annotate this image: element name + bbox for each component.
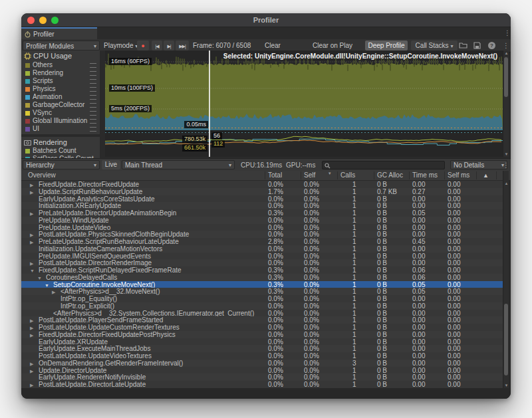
- column-self-ms[interactable]: Self ms: [448, 171, 469, 180]
- rendering-chart[interactable]: [105, 132, 503, 157]
- self-cell: 0.0%: [304, 202, 319, 209]
- drag-handle-icon[interactable]: [90, 103, 96, 108]
- calls-cell: 1: [352, 245, 356, 253]
- playmode-dropdown[interactable]: Playmode ▾: [104, 41, 138, 51]
- toolbar-menu-icon[interactable]: ⋮: [503, 42, 509, 50]
- drag-handle-icon[interactable]: [90, 79, 96, 84]
- save-profile-icon[interactable]: [473, 42, 481, 49]
- table-row[interactable]: IntPtr.op_Equality()0.0%0.0%10 B0.000.00: [21, 295, 503, 302]
- hierarchy-menu-icon[interactable]: ⋮: [503, 161, 509, 169]
- scroll-up-icon[interactable]: ▲: [503, 181, 509, 185]
- legend-item[interactable]: UI: [21, 125, 100, 133]
- scroll-down-icon[interactable]: ▼: [503, 383, 509, 387]
- previous-frame-button[interactable]: |◀: [152, 41, 162, 51]
- clear-button[interactable]: Clear: [265, 41, 281, 51]
- record-button[interactable]: ●: [137, 41, 149, 51]
- legend-item[interactable]: GarbageCollector: [21, 101, 100, 109]
- table-row[interactable]: Initialization.XREarlyUpdate0.0%0.0%10 B…: [21, 202, 503, 209]
- expand-arrow-icon[interactable]: ▶: [30, 381, 33, 388]
- column-total[interactable]: Total: [268, 171, 282, 180]
- table-row[interactable]: ▶FixedUpdate.DirectorFixedUpdate0.0%0.0%…: [21, 181, 503, 188]
- table-row[interactable]: ▶<AfterPhysics>d__32.MoveNext()0.3%0.0%1…: [21, 288, 503, 295]
- table-row[interactable]: ▼CoroutinesDelayedCalls0.3%0.0%10 B0.060…: [21, 274, 503, 281]
- table-row[interactable]: Initialization.UpdateCameraMotionVectors…: [21, 245, 503, 253]
- table-row[interactable]: ▶FixedUpdate.DirectorFixedUpdatePostPhys…: [21, 331, 503, 338]
- table-row[interactable]: EarlyUpdate.ExecuteMainThreadJobs0.0%0.0…: [21, 345, 503, 352]
- legend-item[interactable]: VSync: [21, 109, 100, 117]
- total-cell: 0.0%: [268, 181, 283, 188]
- legend-item[interactable]: Batches Count: [21, 147, 100, 155]
- call-stacks-dropdown[interactable]: Call Stacks ▾: [411, 41, 458, 51]
- table-row[interactable]: ▶PostLateUpdate.DirectorLateUpdate0.0%0.…: [21, 381, 503, 388]
- table-row[interactable]: ▶Update.ScriptRunBehaviourUpdate1.7%0.0%…: [21, 188, 503, 195]
- table-row[interactable]: EarlyUpdate.RendererNotifyInvisible0.0%0…: [21, 373, 503, 381]
- legend-item[interactable]: Physics: [21, 85, 100, 93]
- self-cell: 0.0%: [304, 345, 319, 352]
- scroll-down-icon[interactable]: ▼: [503, 152, 509, 156]
- drag-handle-icon[interactable]: [90, 71, 96, 76]
- module-title[interactable]: CPU Usage: [33, 52, 72, 60]
- column-self[interactable]: Self: [304, 171, 315, 180]
- gc-alloc-cell: 0 B: [377, 345, 387, 352]
- drag-handle-icon[interactable]: [90, 119, 96, 124]
- table-scrollbar[interactable]: ▲ ▼: [503, 171, 509, 388]
- gc-alloc-cell: 0 B: [377, 295, 387, 302]
- thread-dropdown[interactable]: Main Thread ▾: [122, 160, 235, 169]
- cpu-usage-chart[interactable]: [105, 51, 503, 130]
- table-row[interactable]: ▶PostLateUpdate.PhysicsSkinnedClothBegin…: [21, 231, 503, 238]
- table-row[interactable]: IntPtr.op_Explicit()0.0%0.0%10 B0.000.00: [21, 302, 503, 310]
- table-row[interactable]: ▶PostLateUpdate.UpdateCustomRenderTextur…: [21, 324, 503, 331]
- profiler-modules-dropdown[interactable]: Profiler Modules ▾: [23, 41, 100, 51]
- column-overview[interactable]: Overview: [28, 171, 56, 180]
- drag-handle-icon[interactable]: [90, 87, 96, 92]
- view-mode-dropdown[interactable]: Hierarchy ▾: [23, 160, 100, 169]
- drag-handle-icon[interactable]: [90, 111, 96, 116]
- column-time-ms[interactable]: Time ms: [412, 171, 438, 180]
- drag-handle-icon[interactable]: [90, 63, 96, 68]
- calls-cell: 1: [352, 381, 356, 388]
- clear-on-play-toggle[interactable]: Clear on Play: [313, 41, 352, 51]
- chart-scrollbar-thumb[interactable]: [504, 57, 508, 97]
- table-row[interactable]: ▶OnDemandRendering.GetRenderFrameInterva…: [21, 360, 503, 367]
- legend-item[interactable]: Animation: [21, 93, 100, 101]
- sample-name: PreLateUpdate.ScriptRunBehaviourLateUpda…: [39, 238, 179, 245]
- table-row[interactable]: ▶PreLateUpdate.DirectorUpdateAnimationBe…: [21, 209, 503, 217]
- next-frame-button[interactable]: ▶|: [164, 41, 174, 51]
- deep-profile-toggle[interactable]: Deep Profile: [365, 41, 408, 51]
- legend-item[interactable]: Rendering: [21, 69, 100, 77]
- table-scrollbar-thumb[interactable]: [504, 304, 508, 375]
- gc-alloc-cell: 0 B: [377, 231, 387, 238]
- self-ms-cell: 0.00: [448, 202, 460, 209]
- tab-bar: Profiler ⋮: [21, 27, 511, 39]
- tab-overflow-menu-icon[interactable]: ⋮: [504, 29, 511, 37]
- load-profile-icon[interactable]: [459, 42, 467, 49]
- titlebar[interactable]: Profiler: [21, 13, 511, 27]
- legend-item[interactable]: Global Illumination: [21, 117, 100, 125]
- calls-cell: 1: [352, 231, 356, 238]
- drag-handle-icon[interactable]: [90, 95, 96, 100]
- column-gc-alloc[interactable]: GC Alloc: [377, 171, 403, 180]
- drag-handle-icon[interactable]: [90, 127, 96, 132]
- table-row[interactable]: PostLateUpdate.UpdateVideoTextures0.0%0.…: [21, 352, 503, 360]
- gc-alloc-cell: 0 B: [377, 202, 387, 209]
- chart-scrollbar[interactable]: ▲ ▼: [503, 51, 509, 157]
- calls-cell: 1: [352, 202, 356, 209]
- search-input[interactable]: [322, 161, 445, 169]
- table-row[interactable]: PreUpdate.WindUpdate0.0%0.0%10 B0.000.00: [21, 217, 503, 224]
- table-row[interactable]: ▶PostLateUpdate.PlayerSendFrameStarted0.…: [21, 316, 503, 324]
- legend-item[interactable]: Scripts: [21, 77, 100, 85]
- table-row[interactable]: ▶PreLateUpdate.ScriptRunBehaviourLateUpd…: [21, 238, 503, 245]
- selected-frame-line[interactable]: [209, 51, 210, 157]
- column-calls[interactable]: Calls: [340, 171, 355, 180]
- live-toggle[interactable]: Live: [102, 160, 120, 169]
- tab-profiler[interactable]: Profiler: [21, 27, 97, 39]
- warning-column-icon[interactable]: ▲: [483, 171, 489, 180]
- legend-item[interactable]: Others: [21, 61, 100, 69]
- table-row[interactable]: ▼FixedUpdate.ScriptRunDelayedFixedFrameR…: [21, 266, 503, 274]
- scroll-up-icon[interactable]: ▲: [503, 51, 509, 55]
- help-icon[interactable]: ?: [488, 42, 495, 49]
- current-frame-button[interactable]: ▶▶|: [176, 41, 189, 51]
- table-row[interactable]: ▶PostLateUpdate.DirectorRenderImage0.0%0…: [21, 259, 503, 266]
- details-dropdown[interactable]: No Details ▾: [450, 160, 507, 169]
- module-title[interactable]: Rendering: [33, 138, 67, 146]
